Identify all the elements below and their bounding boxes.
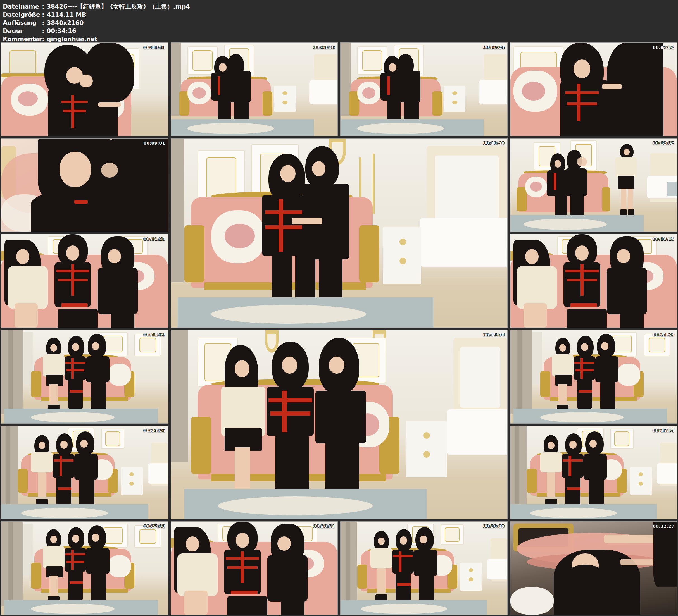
skin-shape <box>50 536 57 543</box>
red-shape <box>265 210 305 214</box>
curt-shape <box>171 330 188 462</box>
red-shape <box>74 200 88 203</box>
timestamp-overlay: 00:25:14 <box>652 428 674 433</box>
gold-shape <box>184 225 204 282</box>
red-shape <box>268 398 312 402</box>
red-shape <box>61 101 88 103</box>
skin-shape <box>575 245 589 260</box>
orn-shape <box>105 431 120 446</box>
cream-shape <box>370 548 392 568</box>
red-shape <box>399 551 402 572</box>
red-shape <box>66 369 85 371</box>
meta-row-dateiname: Dateiname : 38426----【红鲤鱼】《女特工反攻》（上集）.mp… <box>3 2 678 11</box>
video-thumbnail-00:21:38: 00:21:38 <box>510 330 677 424</box>
video-thumbnail-00:16:13: 00:16:13 <box>510 234 677 328</box>
skin-shape <box>236 533 249 548</box>
thumbnail-scene <box>341 522 507 615</box>
skin-shape <box>16 249 30 264</box>
curt-shape <box>171 139 184 282</box>
gold-shape <box>18 469 28 493</box>
white-shape <box>460 563 482 590</box>
flor-shape <box>225 224 255 248</box>
skin-shape <box>92 342 99 350</box>
goldlt-shape <box>469 568 473 572</box>
dark-shape <box>396 572 411 602</box>
bedw-shape <box>420 218 507 267</box>
pill-shape <box>617 363 640 386</box>
red-shape <box>397 583 411 586</box>
red-shape <box>578 390 592 393</box>
timestamp-overlay: 00:03:36 <box>313 45 335 50</box>
dark-shape <box>562 454 583 478</box>
meta-separator: : <box>42 27 47 34</box>
meta-label: Kommentar <box>3 35 42 42</box>
video-thumbnail-00:10:49: 00:10:49 <box>171 138 507 328</box>
red-shape <box>387 76 390 95</box>
thumbnail-scene <box>1 139 168 232</box>
skin-shape <box>80 440 87 448</box>
red-shape <box>265 225 302 229</box>
red-shape <box>61 303 88 307</box>
timestamp-overlay: 00:27:03 <box>144 524 165 529</box>
dark-shape <box>105 139 168 232</box>
skin-shape <box>72 343 79 351</box>
skin-shape <box>604 535 661 543</box>
skin-shape <box>601 342 608 350</box>
video-thumbnail-00:14:25: 00:14:25 <box>1 234 168 328</box>
thumbnail-scene <box>511 234 677 328</box>
gold-shape <box>527 469 537 493</box>
red-shape <box>53 459 74 461</box>
dark-shape <box>56 476 71 506</box>
thumbnail-scene <box>1 330 168 423</box>
skin-shape <box>400 536 407 544</box>
dark-shape <box>618 176 634 189</box>
gold-shape <box>263 91 273 116</box>
skin-shape <box>547 472 555 497</box>
white-shape <box>267 334 276 349</box>
meta-row-kommentar: Kommentar : qinglanhua.net <box>3 35 678 43</box>
gold-shape <box>31 371 41 397</box>
meta-value-comment: qinglanhua.net <box>47 35 97 42</box>
dark-shape <box>583 454 607 480</box>
skin-shape <box>101 163 118 178</box>
skin-shape <box>66 245 80 260</box>
cream-shape <box>43 354 65 377</box>
rugc-shape <box>218 497 373 515</box>
red-shape <box>71 358 74 378</box>
flor-shape <box>530 182 542 192</box>
meta-row-aufloesung: Auflösung : 3840x2160 <box>3 19 678 27</box>
red-shape <box>563 459 583 461</box>
video-thumbnail-00:28:51: 00:28:51 <box>171 521 338 615</box>
meta-separator: : <box>42 19 47 26</box>
white-shape <box>630 467 652 495</box>
thumbnail-scene <box>511 330 677 423</box>
skin-shape <box>219 63 227 72</box>
orn-shape <box>614 431 629 446</box>
goldlt-shape <box>129 482 134 485</box>
dark-shape <box>414 549 437 576</box>
bedw-shape <box>479 80 507 105</box>
timestamp-overlay: 00:07:12 <box>652 45 674 50</box>
thumbnail-scene <box>511 426 677 519</box>
red-shape <box>226 557 259 560</box>
dark-shape <box>565 476 580 506</box>
dark-shape <box>58 309 98 328</box>
skin-shape <box>49 576 58 598</box>
flor-shape <box>522 82 545 101</box>
dark-shape <box>65 356 86 381</box>
skin-shape <box>38 472 46 497</box>
skin-shape <box>50 344 57 352</box>
gold-shape <box>602 187 610 211</box>
video-thumbnail-00:25:14: 00:25:14 <box>510 426 677 519</box>
orn-shape <box>445 527 460 542</box>
curtd-shape <box>8 330 13 414</box>
thumbnail-scene <box>1 234 168 328</box>
thumbnail-scene <box>1 43 168 136</box>
red-shape <box>65 553 85 555</box>
cream-shape <box>540 452 562 472</box>
white-shape <box>274 86 296 112</box>
meta-separator: : <box>42 35 47 42</box>
thumbnail-scene <box>171 43 338 136</box>
meta-separator: : <box>42 3 47 10</box>
skin-shape <box>184 590 208 615</box>
